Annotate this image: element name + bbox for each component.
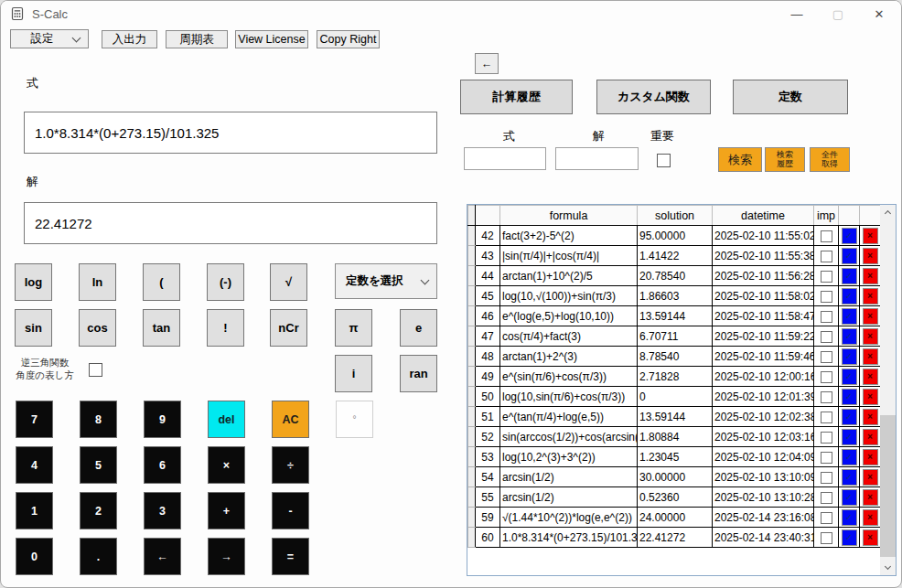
table-row[interactable]: 53 log(10,2^(3)+3^(2)) 1.23045 2025-02-1… [468, 447, 881, 467]
row-save-button[interactable]: ✓ [842, 449, 857, 465]
fetch-all-button[interactable]: 全件 取得 [810, 147, 850, 172]
row-delete-button[interactable]: × [863, 328, 878, 345]
key-5[interactable]: 5 [80, 446, 117, 484]
table-row[interactable]: 60 1.0*8.314*(0+273.15)/101.325 22.41272… [468, 528, 881, 548]
row-save-button[interactable]: ✓ [842, 409, 857, 425]
key-2[interactable]: 2 [80, 492, 117, 529]
imp-checkbox[interactable] [821, 412, 832, 423]
row-save-button[interactable]: ✓ [842, 348, 857, 365]
minus-key[interactable]: - [272, 492, 309, 529]
row-save-button[interactable]: ✓ [842, 248, 857, 264]
imp-checkbox[interactable] [821, 371, 832, 383]
imp-checkbox[interactable] [821, 331, 832, 343]
table-row[interactable]: 50 log(10,sin(π/6)+cos(π/3)) 0 2025-02-1… [468, 387, 881, 407]
all-clear-key[interactable]: AC [272, 401, 309, 438]
imp-checkbox[interactable] [821, 532, 832, 544]
row-save-button[interactable]: ✓ [842, 288, 857, 305]
table-row[interactable]: 46 e^(log(e,5)+log(10,10)) 13.59144 2025… [468, 306, 881, 326]
table-row[interactable]: 42 fact(3+2)-5^(2) 95.00000 2025-02-10 1… [468, 226, 881, 246]
maximize-button[interactable]: ▢ [818, 1, 858, 27]
row-save-button[interactable]: ✓ [842, 268, 857, 284]
constants-button[interactable]: 定数 [733, 80, 848, 114]
imp-checkbox[interactable] [821, 251, 832, 262]
settings-dropdown[interactable]: 設定 [10, 29, 89, 48]
sin-button[interactable]: sin [15, 309, 52, 347]
row-delete-button[interactable]: × [863, 409, 878, 425]
cursor-left-key[interactable]: ← [144, 538, 181, 575]
table-row[interactable]: 55 arcsin(1/2) 0.52360 2025-02-10 13:10:… [468, 487, 881, 508]
solution-input[interactable] [24, 202, 437, 244]
imp-checkbox[interactable] [821, 391, 832, 403]
sqrt-button[interactable]: √ [270, 263, 307, 301]
table-row[interactable]: 52 sin(arccos(1/2))+cos(arcsin(1 1.80884… [468, 427, 881, 447]
row-delete-button[interactable]: × [863, 288, 878, 305]
degree-button[interactable]: ° [336, 401, 373, 438]
copy-right-button[interactable]: Copy Right [317, 30, 380, 48]
periodic-table-button[interactable]: 周期表 [166, 30, 228, 48]
row-save-button[interactable]: ✓ [842, 389, 857, 405]
random-button[interactable]: ran [400, 355, 437, 392]
row-delete-button[interactable]: × [863, 389, 878, 405]
table-row[interactable]: 43 |sin(π/4)|+|cos(π/4)| 1.41422 2025-02… [468, 246, 881, 266]
paren-button[interactable]: ( [143, 263, 180, 301]
row-save-button[interactable]: ✓ [842, 469, 857, 486]
scroll-down-icon[interactable] [880, 561, 896, 575]
row-delete-button[interactable]: × [863, 489, 878, 506]
table-row[interactable]: 54 arcsin(1/2) 30.00000 2025-02-10 13:10… [468, 467, 881, 487]
cos-button[interactable]: cos [79, 309, 116, 347]
key-4[interactable]: 4 [16, 446, 53, 484]
row-save-button[interactable]: ✓ [842, 328, 857, 345]
row-delete-button[interactable]: × [863, 529, 878, 546]
key-6[interactable]: 6 [144, 446, 181, 484]
negate-button[interactable]: (-) [207, 263, 244, 301]
row-delete-button[interactable]: × [863, 509, 878, 526]
key-8[interactable]: 8 [80, 401, 117, 438]
row-delete-button[interactable]: × [863, 369, 878, 385]
row-delete-button[interactable]: × [863, 429, 878, 445]
search-solution-input[interactable] [555, 147, 639, 170]
view-license-button[interactable]: View License [235, 30, 308, 48]
row-save-button[interactable]: ✓ [842, 369, 857, 385]
close-button[interactable]: ✕ [859, 1, 899, 27]
imp-checkbox[interactable] [821, 311, 832, 323]
factorial-button[interactable]: ! [207, 309, 244, 347]
row-delete-button[interactable]: × [863, 348, 878, 365]
row-save-button[interactable]: ✓ [842, 429, 857, 445]
imp-checkbox[interactable] [821, 291, 832, 303]
row-save-button[interactable]: ✓ [842, 228, 857, 244]
row-delete-button[interactable]: × [863, 248, 878, 264]
inverse-trig-checkbox[interactable] [89, 363, 102, 377]
row-delete-button[interactable]: × [863, 228, 878, 244]
table-scrollbar[interactable] [880, 205, 896, 575]
custom-function-button[interactable]: カスタム関数 [596, 80, 711, 114]
key-7[interactable]: 7 [16, 401, 53, 438]
table-row[interactable]: 49 e^(sin(π/6)+cos(π/3)) 2.71828 2025-02… [468, 367, 881, 387]
formula-input[interactable] [24, 112, 437, 154]
key-9[interactable]: 9 [144, 401, 181, 438]
equals-key[interactable]: = [272, 538, 309, 575]
key-1[interactable]: 1 [16, 492, 53, 529]
row-delete-button[interactable]: × [863, 308, 878, 325]
imaginary-button[interactable]: i [335, 355, 372, 392]
multiply-key[interactable]: × [208, 446, 245, 484]
ln-button[interactable]: ln [79, 263, 116, 301]
decimal-key[interactable]: . [80, 538, 117, 575]
imp-checkbox[interactable] [821, 271, 832, 283]
search-formula-input[interactable] [464, 147, 546, 170]
key-3[interactable]: 3 [144, 492, 181, 529]
table-row[interactable]: 59 √(1.44*10^(2))*log(e,e^(2)) 24.00000 … [468, 508, 881, 528]
log-button[interactable]: log [15, 263, 52, 301]
imp-checkbox[interactable] [821, 351, 832, 363]
delete-key[interactable]: del [208, 401, 245, 438]
tan-button[interactable]: tan [143, 309, 180, 347]
minimize-button[interactable]: — [777, 1, 817, 27]
imp-checkbox[interactable] [821, 492, 832, 504]
io-button[interactable]: 入出力 [102, 30, 157, 48]
key-0[interactable]: 0 [16, 538, 53, 575]
divide-key[interactable]: ÷ [272, 446, 309, 484]
scroll-up-icon[interactable] [880, 205, 896, 219]
imp-checkbox[interactable] [821, 230, 832, 242]
plus-key[interactable]: + [208, 492, 245, 529]
important-checkbox[interactable] [657, 154, 671, 167]
calc-history-button[interactable]: 計算履歴 [460, 80, 573, 114]
